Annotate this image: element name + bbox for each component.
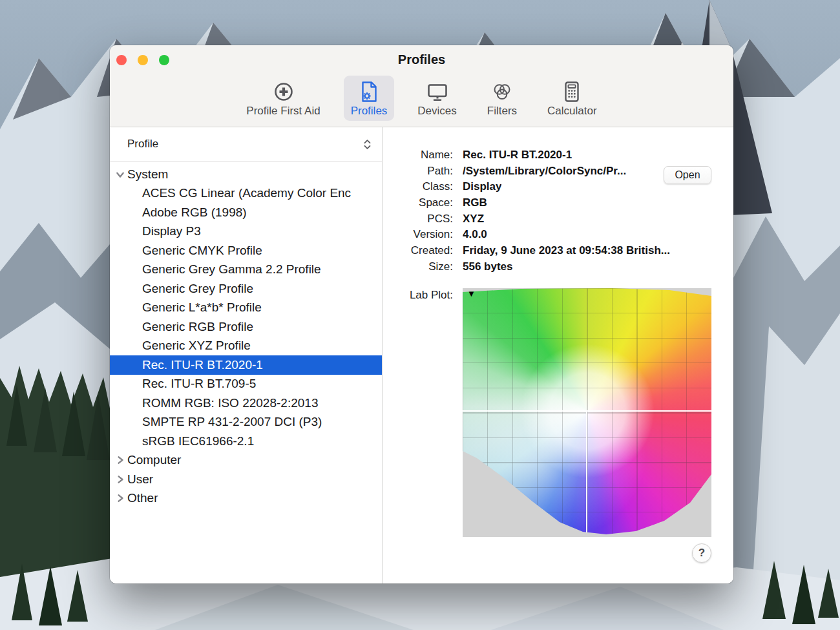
profile-item-label: ACES CG Linear (Academy Color Enc — [142, 186, 351, 200]
detail-row-pcs: PCS:XYZ — [384, 211, 670, 227]
detail-value: 4.0.0 — [463, 227, 487, 243]
detail-label: Size: — [384, 259, 453, 275]
detail-row-path: Path:/System/Library/ColorSync/Pr... — [384, 163, 670, 180]
detail-value: Rec. ITU-R BT.2020-1 — [463, 147, 572, 163]
toolbar-item-calculator[interactable]: Calculator — [540, 76, 604, 121]
minimize-window-button[interactable] — [138, 55, 148, 65]
sort-chevrons-icon[interactable] — [363, 139, 372, 150]
profile-column-header[interactable]: Profile — [110, 127, 382, 162]
toolbar: Profile First Aid Profiles — [110, 74, 733, 127]
display-icon — [426, 79, 449, 104]
plot-type-dropdown[interactable]: ▼ — [467, 289, 476, 299]
detail-rows: Name:Rec. ITU-R BT.2020-1Path:/System/Li… — [384, 147, 670, 275]
profile-item-label: Adobe RGB (1998) — [142, 205, 247, 220]
detail-value: RGB — [463, 195, 487, 211]
toolbar-item-profile-first-aid[interactable]: Profile First Aid — [239, 76, 327, 121]
profile-sidebar: Profile SystemACES CG Linear (Academy Co… — [110, 127, 383, 583]
detail-row-created: Created:Friday, 9 June 2023 at 09:54:38 … — [384, 243, 670, 259]
tree-root-label: System — [127, 167, 168, 182]
profile-item-label: Generic Grey Profile — [142, 282, 253, 296]
detail-value: 556 bytes — [463, 259, 513, 275]
detail-row-size: Size:556 bytes — [384, 259, 670, 275]
profile-item-label: Generic CMYK Profile — [142, 244, 262, 258]
profile-list-item[interactable]: Rec. ITU-R BT.709-5 — [110, 375, 382, 394]
venn-circles-icon — [490, 79, 514, 104]
tree-root-label: User — [127, 472, 153, 487]
profile-item-label: SMPTE RP 431-2-2007 DCI (P3) — [142, 415, 322, 429]
toolbar-item-filters[interactable]: Filters — [480, 76, 524, 121]
desktop: Profiles Profile First Aid — [0, 0, 840, 630]
tree-root-computer[interactable]: Computer — [110, 451, 382, 470]
tree-root-label: Computer — [127, 453, 181, 467]
open-button[interactable]: Open — [664, 166, 711, 184]
toolbar-item-label: Calculator — [547, 105, 597, 118]
profile-list-item[interactable]: Generic CMYK Profile — [110, 241, 382, 260]
profile-list-item[interactable]: Rec. ITU-R BT.2020-1 — [110, 355, 382, 375]
toolbar-item-label: Profile First Aid — [246, 105, 320, 118]
tree-root-label: Other — [127, 491, 158, 505]
profile-list-item[interactable]: ROMM RGB: ISO 22028-2:2013 — [110, 394, 382, 413]
lab-plot-label: Lab Plot: — [384, 289, 453, 302]
toolbar-item-label: Filters — [487, 105, 517, 118]
zoom-window-button[interactable] — [159, 55, 169, 65]
help-button[interactable]: ? — [692, 543, 711, 563]
profile-list-item[interactable]: Generic L*a*b* Profile — [110, 299, 382, 318]
profile-list-item[interactable]: Generic RGB Profile — [110, 317, 382, 337]
chevron-down-icon[interactable] — [114, 170, 125, 179]
profile-list-item[interactable]: SMPTE RP 431-2-2007 DCI (P3) — [110, 413, 382, 432]
chevron-right-icon[interactable] — [114, 475, 125, 484]
detail-label: Path: — [384, 163, 453, 180]
profile-tree: SystemACES CG Linear (Academy Color EncA… — [110, 162, 382, 508]
chevron-right-icon[interactable] — [114, 456, 125, 465]
profile-item-label: Rec. ITU-R BT.709-5 — [142, 377, 256, 391]
detail-row-version: Version:4.0.0 — [384, 227, 670, 243]
detail-label: Name: — [384, 147, 453, 163]
circle-plus-icon — [272, 79, 295, 104]
profile-column-header-label: Profile — [127, 138, 158, 151]
profile-list-item[interactable]: Generic Grey Gamma 2.2 Profile — [110, 260, 382, 280]
detail-row-class: Class:Display — [384, 179, 670, 195]
profile-list-item[interactable]: Adobe RGB (1998) — [110, 203, 382, 222]
detail-row-name: Name:Rec. ITU-R BT.2020-1 — [384, 147, 670, 163]
profile-item-label: Generic L*a*b* Profile — [142, 300, 262, 315]
profile-list-item[interactable]: Display P3 — [110, 222, 382, 242]
whitepoint-crosshair-vertical — [586, 411, 587, 532]
detail-value: Display — [463, 179, 501, 195]
detail-label: Class: — [384, 179, 453, 195]
profile-item-label: ROMM RGB: ISO 22028-2:2013 — [142, 396, 318, 410]
tree-root-other[interactable]: Other — [110, 489, 382, 509]
toolbar-item-label: Profiles — [351, 105, 388, 118]
profile-item-label: Display P3 — [142, 224, 201, 238]
tree-root-user[interactable]: User — [110, 470, 382, 489]
window-title: Profiles — [398, 52, 445, 67]
profile-item-label: sRGB IEC61966-2.1 — [142, 434, 254, 448]
close-window-button[interactable] — [116, 55, 127, 65]
profile-list-item[interactable]: ACES CG Linear (Academy Color Enc — [110, 184, 382, 204]
traffic-lights — [116, 55, 169, 65]
window-titlebar[interactable]: Profiles — [110, 45, 733, 74]
detail-value: Friday, 9 June 2023 at 09:54:38 British.… — [463, 243, 670, 259]
toolbar-item-profiles[interactable]: Profiles — [344, 76, 395, 121]
profile-item-label: Rec. ITU-R BT.2020-1 — [142, 358, 263, 372]
detail-label: PCS: — [384, 211, 453, 227]
profile-list-item[interactable]: Generic XYZ Profile — [110, 337, 382, 356]
profile-item-label: Generic Grey Gamma 2.2 Profile — [142, 262, 321, 277]
profile-list-item[interactable]: Generic Grey Profile — [110, 279, 382, 299]
detail-label: Space: — [384, 195, 453, 211]
window-chrome: Profiles Profile First Aid — [110, 45, 733, 127]
colorsync-profiles-window: Profiles Profile First Aid — [110, 45, 733, 583]
detail-row-space: Space:RGB — [384, 195, 670, 211]
profile-item-label: Generic RGB Profile — [142, 320, 253, 334]
profile-detail-panel: Name:Rec. ITU-R BT.2020-1Path:/System/Li… — [383, 127, 733, 583]
toolbar-item-devices[interactable]: Devices — [410, 76, 463, 121]
detail-label: Version: — [384, 227, 453, 243]
detail-label: Created: — [384, 243, 453, 259]
toolbar-item-label: Devices — [417, 105, 456, 118]
lab-plot[interactable]: ▼ — [463, 288, 711, 537]
tree-root-system[interactable]: System — [110, 165, 382, 184]
profile-list-item[interactable]: sRGB IEC61966-2.1 — [110, 432, 382, 451]
window-content: Profile SystemACES CG Linear (Academy Co… — [110, 127, 733, 583]
document-gear-icon — [357, 79, 381, 104]
chevron-right-icon[interactable] — [114, 494, 125, 503]
detail-value: XYZ — [463, 211, 484, 227]
